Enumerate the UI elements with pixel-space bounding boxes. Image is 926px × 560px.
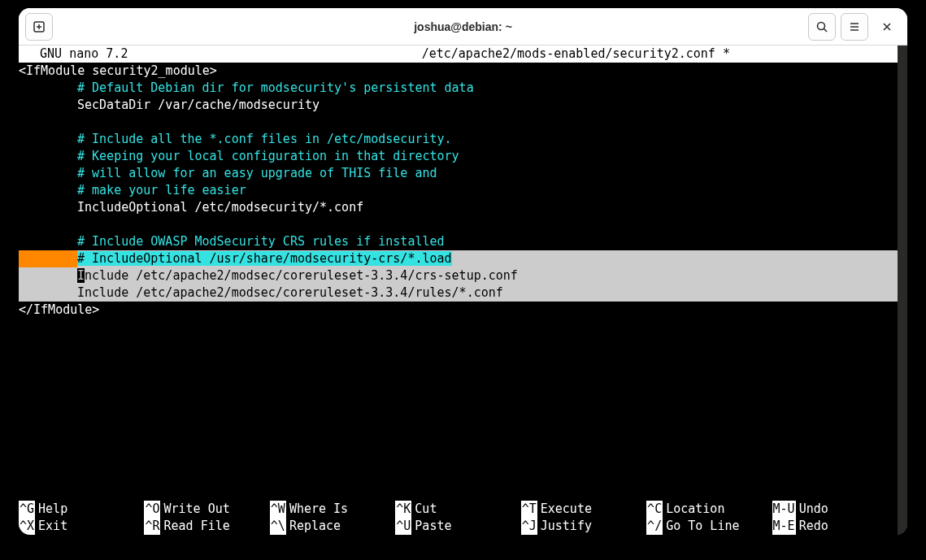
scrollbar[interactable] xyxy=(898,46,907,535)
terminal-window: joshua@debian: ~ GNU nano 7.2 /etc/ xyxy=(19,8,907,535)
shortcut-row-2: ^XExit ^RRead File ^\Replace ^UPaste ^JJ… xyxy=(19,518,898,535)
code-comment: # Include all the *.conf files in /etc/m… xyxy=(77,132,452,146)
shortcut-replace: ^\Replace xyxy=(270,518,395,535)
titlebar: joshua@debian: ~ xyxy=(19,8,907,46)
hamburger-icon xyxy=(848,20,861,33)
code-line: IncludeOptional /etc/modsecurity/*.conf xyxy=(77,200,363,215)
shortcut-readfile: ^RRead File xyxy=(144,518,269,535)
code-comment: # Default Debian dir for modsecurity's p… xyxy=(77,80,474,95)
shortcut-execute: ^TExecute xyxy=(521,501,646,518)
shortcut-location: ^CLocation xyxy=(646,501,772,518)
selected-line: Include /etc/apache2/modsec/coreruleset-… xyxy=(19,284,898,302)
selected-line: # IncludeOptional /usr/share/modsecurity… xyxy=(19,250,898,267)
terminal-area[interactable]: GNU nano 7.2 /etc/apache2/mods-enabled/s… xyxy=(19,46,907,535)
code-line: </IfModule> xyxy=(19,302,898,319)
shortcut-whereis: ^WWhere Is xyxy=(270,501,395,518)
code-comment: # will allow for an easy upgrade of THIS… xyxy=(77,166,437,180)
close-icon xyxy=(880,20,893,33)
svg-line-4 xyxy=(824,28,828,32)
nano-filename: /etc/apache2/mods-enabled/security2.conf… xyxy=(422,46,730,63)
close-button[interactable] xyxy=(873,13,901,41)
code-comment: # make your life easier xyxy=(77,183,246,198)
code-comment: # Keeping your local configuration in th… xyxy=(77,149,459,163)
shortcut-writeout: ^OWrite Out xyxy=(144,501,269,518)
cursor: I xyxy=(77,268,85,283)
shortcut-exit: ^XExit xyxy=(19,518,144,535)
shortcut-justify: ^JJustify xyxy=(521,518,646,535)
code-line: <IfModule security2_module> xyxy=(19,63,898,80)
menu-button[interactable] xyxy=(841,13,868,41)
cursor-line: Include /etc/apache2/modsec/coreruleset-… xyxy=(19,267,898,284)
shortcut-redo: M-ERedo xyxy=(772,518,898,535)
nano-shortcuts: ^GHelp ^OWrite Out ^WWhere Is ^KCut ^TEx… xyxy=(19,501,898,535)
new-tab-icon xyxy=(33,20,46,33)
code-line: SecDataDir /var/cache/modsecurity xyxy=(77,98,320,112)
shortcut-row-1: ^GHelp ^OWrite Out ^WWhere Is ^KCut ^TEx… xyxy=(19,501,898,518)
code-comment: # Include OWASP ModSecurity CRS rules if… xyxy=(77,234,445,249)
shortcut-undo: M-UUndo xyxy=(772,501,898,518)
shortcut-paste: ^UPaste xyxy=(395,518,520,535)
shortcut-gotoline: ^/Go To Line xyxy=(646,518,772,535)
editor-content[interactable]: <IfModule security2_module> # Default De… xyxy=(19,63,898,472)
shortcut-help: ^GHelp xyxy=(19,501,144,518)
new-tab-button[interactable] xyxy=(25,13,53,41)
svg-point-3 xyxy=(818,22,825,29)
nano-header: GNU nano 7.2 /etc/apache2/mods-enabled/s… xyxy=(19,46,898,63)
code-line: Include /etc/apache2/modsec/coreruleset-… xyxy=(77,285,503,300)
search-button[interactable] xyxy=(808,13,836,41)
code-comment: # IncludeOptional /usr/share/modsecurity… xyxy=(77,251,452,266)
nano-app-version: GNU nano 7.2 xyxy=(25,46,128,63)
search-icon xyxy=(815,20,828,33)
code-line: nclude /etc/apache2/modsec/coreruleset-3… xyxy=(85,268,518,283)
shortcut-cut: ^KCut xyxy=(395,501,520,518)
window-title: joshua@debian: ~ xyxy=(19,20,907,33)
